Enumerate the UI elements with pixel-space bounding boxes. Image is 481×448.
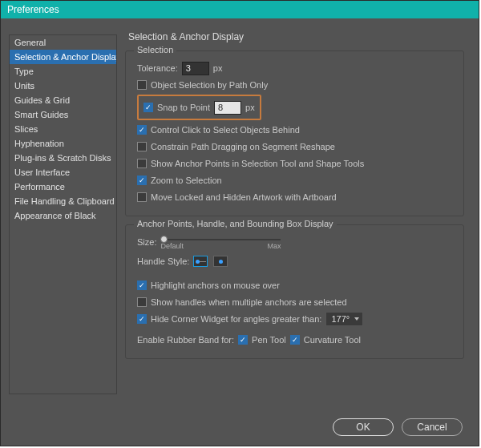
move-locked-artboard-label: Move Locked and Hidden Artwork with Artb… — [151, 192, 337, 202]
main-pane: Selection & Anchor Display Selection Tol… — [120, 18, 479, 401]
control-click-behind-checkbox[interactable] — [137, 125, 147, 135]
tolerance-input[interactable] — [182, 62, 209, 75]
ok-button[interactable]: OK — [333, 418, 394, 436]
sidebar-item-user-interface[interactable]: User Interface — [10, 165, 116, 180]
dialog-titlebar: Preferences — [1, 1, 479, 18]
size-slider-labels: Default Max — [160, 242, 281, 250]
selection-group: Selection Tolerance: px Object Selection… — [125, 50, 464, 216]
object-selection-path-only-label: Object Selection by Path Only — [151, 80, 268, 90]
control-click-behind-label: Control Click to Select Objects Behind — [151, 125, 300, 135]
constrain-path-drag-label: Constrain Path Dragging on Segment Resha… — [151, 142, 335, 151]
show-handles-multi-checkbox[interactable] — [137, 297, 147, 307]
sidebar-item-plugins-scratch[interactable]: Plug-ins & Scratch Disks — [10, 151, 116, 165]
snap-to-point-input[interactable] — [214, 101, 241, 115]
snap-to-point-highlight: Snap to Point px — [137, 95, 261, 120]
sidebar-item-hyphenation[interactable]: Hyphenation — [10, 136, 116, 151]
show-anchor-in-tools-label: Show Anchor Points in Selection Tool and… — [151, 159, 364, 168]
show-anchor-in-tools-checkbox[interactable] — [137, 159, 147, 168]
sidebar-item-appearance-black[interactable]: Appearance of Black — [10, 208, 116, 223]
anchor-legend: Anchor Points, Handle, and Bounding Box … — [134, 219, 337, 228]
snap-to-point-label: Snap to Point — [157, 103, 210, 112]
sidebar-item-file-handling[interactable]: File Handling & Clipboard — [10, 194, 116, 208]
sidebar-item-units[interactable]: Units — [10, 79, 116, 93]
size-label: Size: — [137, 237, 156, 247]
tolerance-unit: px — [213, 63, 223, 73]
tolerance-label: Tolerance: — [137, 63, 178, 73]
dialog-content: General Selection & Anchor Display Type … — [1, 18, 479, 401]
move-locked-artboard-checkbox[interactable] — [137, 192, 147, 202]
sidebar-item-slices[interactable]: Slices — [10, 122, 116, 136]
snap-to-point-checkbox[interactable] — [143, 103, 153, 112]
size-slider-thumb[interactable] — [160, 236, 168, 243]
selection-legend: Selection — [134, 45, 176, 54]
sidebar-item-selection-anchor[interactable]: Selection & Anchor Display — [10, 50, 116, 64]
cancel-button[interactable]: Cancel — [402, 418, 463, 436]
category-sidebar: General Selection & Anchor Display Type … — [9, 34, 117, 394]
size-slider-wrap: Default Max — [160, 235, 281, 250]
constrain-path-drag-checkbox[interactable] — [137, 142, 147, 151]
size-max-label: Max — [267, 242, 281, 250]
object-selection-path-only-checkbox[interactable] — [137, 80, 147, 90]
sidebar-item-guides-grid[interactable]: Guides & Grid — [10, 93, 116, 107]
handle-style-label: Handle Style: — [137, 256, 189, 266]
snap-to-point-unit: px — [245, 103, 255, 112]
dialog-title: Preferences — [7, 4, 59, 15]
sidebar-item-general[interactable]: General — [10, 35, 116, 50]
show-handles-multi-label: Show handles when multiple anchors are s… — [151, 297, 347, 307]
rubber-band-curvature-label: Curvature Tool — [304, 335, 361, 345]
zoom-to-selection-checkbox[interactable] — [137, 176, 147, 185]
zoom-to-selection-label: Zoom to Selection — [151, 176, 222, 185]
sidebar-item-performance[interactable]: Performance — [10, 180, 116, 194]
size-min-label: Default — [160, 242, 184, 250]
sidebar-item-type[interactable]: Type — [10, 64, 116, 79]
size-slider[interactable] — [160, 239, 281, 240]
hide-corner-widget-label: Hide Corner Widget for angles greater th… — [151, 314, 321, 324]
handle-style-option-2[interactable] — [213, 256, 228, 267]
preferences-dialog: Preferences General Selection & Anchor D… — [0, 0, 479, 446]
handle-style-option-1[interactable] — [193, 256, 208, 267]
sidebar-item-smart-guides[interactable]: Smart Guides — [10, 107, 116, 122]
highlight-hover-label: Highlight anchors on mouse over — [151, 281, 280, 290]
hide-corner-widget-angle[interactable]: 177° — [325, 312, 363, 326]
anchor-group: Anchor Points, Handle, and Bounding Box … — [125, 224, 464, 359]
rubber-band-pen-label: Pen Tool — [252, 335, 286, 345]
highlight-hover-checkbox[interactable] — [137, 281, 147, 290]
rubber-band-label: Enable Rubber Band for: — [137, 335, 234, 345]
rubber-band-pen-checkbox[interactable] — [238, 335, 248, 345]
rubber-band-curvature-checkbox[interactable] — [290, 335, 300, 345]
dialog-footer: OK Cancel — [333, 418, 463, 436]
hide-corner-widget-checkbox[interactable] — [137, 314, 147, 324]
